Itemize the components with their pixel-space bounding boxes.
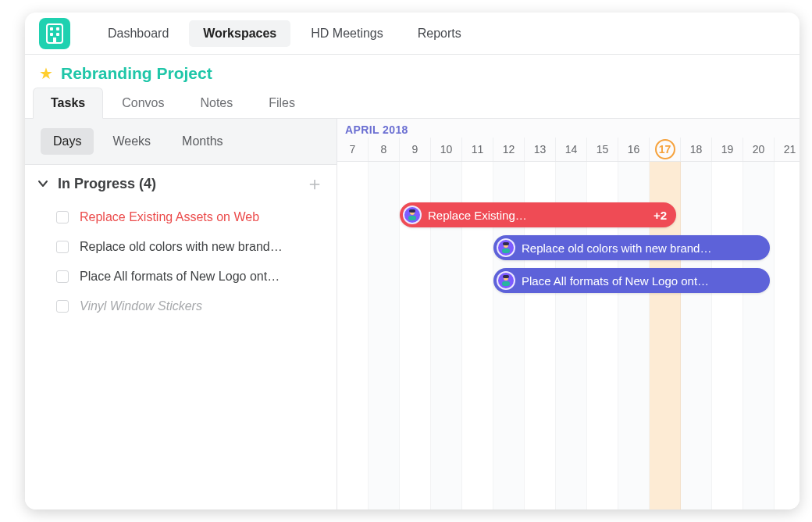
svg-rect-14 (503, 275, 509, 278)
task-list: Replace Existing Assets on Web Replace o… (25, 202, 337, 321)
task-item[interactable]: Vinyl Window Stickers (56, 291, 330, 321)
task-checkbox[interactable] (56, 211, 69, 223)
avatar-icon (497, 238, 515, 257)
timeline-month-label: APRIL 2018 (337, 119, 800, 138)
app-logo[interactable] (39, 18, 70, 49)
avatar-icon (497, 271, 515, 290)
task-item[interactable]: Place All formats of New Logo ont… (56, 262, 330, 291)
timeline-day[interactable]: 18 (681, 138, 712, 161)
subtab-tasks[interactable]: Tasks (33, 88, 103, 119)
svg-rect-10 (502, 248, 510, 253)
timeline-day[interactable]: 15 (587, 138, 618, 161)
timeline-day[interactable]: 11 (462, 138, 493, 161)
scale-row: Days Weeks Months (25, 119, 337, 165)
task-item[interactable]: Replace old colors with new brand… (56, 232, 330, 262)
nav-tab-dashboard[interactable]: Dashboard (94, 20, 183, 47)
svg-rect-7 (408, 216, 416, 220)
nav-tab-workspaces[interactable]: Workspaces (189, 20, 290, 47)
project-header: ★ Rebranding Project (25, 55, 800, 83)
star-icon[interactable]: ★ (39, 64, 53, 83)
timeline-day[interactable]: 12 (493, 138, 525, 161)
svg-rect-2 (56, 27, 59, 30)
task-pane: Days Weeks Months In Progress (4) ＋ Repl… (25, 119, 337, 509)
task-checkbox[interactable] (56, 270, 69, 283)
timeline-col (681, 162, 712, 509)
task-checkbox[interactable] (56, 241, 69, 253)
timeline-bar-extra: +2 (654, 209, 676, 222)
timeline-day[interactable]: 14 (556, 138, 587, 161)
scale-btn-weeks[interactable]: Weeks (100, 128, 163, 155)
timeline-body[interactable]: Replace Existing…+2Replace old colors wi… (337, 162, 800, 509)
subtab-files[interactable]: Files (251, 88, 312, 118)
scale-btn-months[interactable]: Months (169, 128, 235, 155)
svg-rect-11 (503, 242, 509, 245)
task-item[interactable]: Replace Existing Assets on Web (56, 202, 330, 232)
timeline-day[interactable]: 19 (712, 138, 743, 161)
task-label: Replace Existing Assets on Web (80, 210, 259, 224)
timeline-bar-label: Replace old colors with new brand… (522, 241, 711, 255)
nav-tabs: Dashboard Workspaces HD Meetings Reports (94, 20, 475, 47)
timeline-day[interactable]: 16 (618, 138, 650, 161)
timeline-header: APRIL 2018 789101112131415161718192021 (337, 119, 800, 162)
task-label: Vinyl Window Stickers (80, 299, 202, 313)
timeline-col (369, 162, 400, 509)
scale-btn-days[interactable]: Days (41, 128, 94, 155)
svg-rect-3 (50, 33, 53, 36)
timeline-bar[interactable]: Replace Existing…+2 (400, 202, 676, 227)
task-label: Replace old colors with new brand… (80, 240, 283, 254)
svg-rect-1 (50, 27, 53, 30)
timeline-day[interactable]: 9 (400, 138, 431, 161)
timeline-day[interactable]: 20 (743, 138, 775, 161)
svg-rect-5 (53, 38, 56, 43)
timeline-col (337, 162, 369, 509)
nav-tab-hd-meetings[interactable]: HD Meetings (297, 20, 397, 47)
svg-rect-8 (409, 209, 415, 213)
chevron-down-icon (37, 178, 48, 189)
topbar: Dashboard Workspaces HD Meetings Reports (25, 13, 800, 55)
svg-rect-4 (56, 33, 59, 36)
svg-rect-13 (502, 281, 510, 286)
timeline-day[interactable]: 10 (431, 138, 462, 161)
project-title[interactable]: Rebranding Project (61, 64, 212, 83)
building-icon (46, 23, 63, 44)
timeline-day[interactable]: 8 (369, 138, 400, 161)
timeline-col (775, 162, 800, 509)
subtab-convos[interactable]: Convos (105, 88, 181, 118)
avatar-icon (403, 206, 422, 224)
timeline-day[interactable]: 13 (525, 138, 556, 161)
add-task-button[interactable]: ＋ (305, 174, 324, 193)
timeline-col (712, 162, 743, 509)
group-title: In Progress (4) (58, 176, 156, 192)
task-label: Place All formats of New Logo ont… (80, 270, 280, 284)
group-header[interactable]: In Progress (4) ＋ (25, 165, 337, 202)
task-checkbox[interactable] (56, 300, 69, 313)
subtab-notes[interactable]: Notes (183, 88, 250, 118)
timeline-days-row: 789101112131415161718192021 (337, 138, 800, 161)
timeline-day[interactable]: 7 (337, 138, 369, 161)
nav-tab-reports[interactable]: Reports (404, 20, 475, 47)
subtabs: Tasks Convos Notes Files (25, 83, 800, 119)
timeline-pane: APRIL 2018 789101112131415161718192021 R… (337, 119, 800, 509)
timeline-col (743, 162, 775, 509)
timeline-day[interactable]: 17 (650, 138, 681, 161)
timeline-bar-label: Place All formats of New Logo ont… (522, 274, 709, 288)
timeline-day[interactable]: 21 (775, 138, 800, 161)
timeline-bar-label: Replace Existing… (428, 209, 527, 222)
timeline-bar[interactable]: Replace old colors with new brand… (493, 235, 770, 260)
timeline-bar[interactable]: Place All formats of New Logo ont… (493, 268, 770, 293)
